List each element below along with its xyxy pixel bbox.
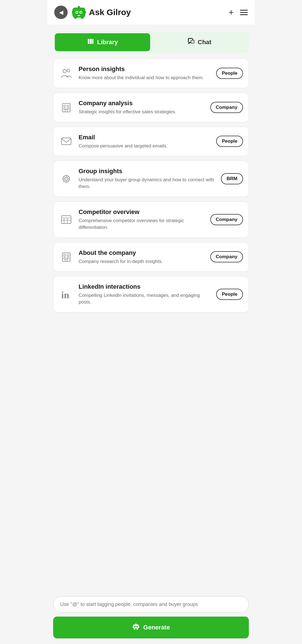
svg-rect-7 [74,17,77,18]
person-insights-title: Person insights [79,65,211,73]
email-desc: Compose persuasive and targeted emails. [79,143,211,149]
card-competitor-overview[interactable]: Competitor overview Comprehensive compet… [53,201,249,238]
svg-line-34 [67,180,69,181]
about-company-icon-wrapper [59,250,74,264]
card-about-company[interactable]: About the company Company research for i… [53,242,249,272]
email-content: Email Compose persuasive and targeted em… [79,134,211,149]
svg-point-3 [76,12,78,13]
linkedin-icon-wrapper: in [59,287,74,302]
svg-rect-10 [84,11,86,13]
svg-rect-16 [191,40,194,43]
header-right: + [228,7,248,18]
svg-rect-21 [67,105,69,107]
logo-container: Ask Gilroy [72,5,131,20]
person-insights-badge: People [216,68,243,79]
about-building-icon [60,251,72,263]
svg-line-35 [67,176,69,178]
svg-point-28 [65,177,68,180]
about-company-badge: Company [210,251,243,262]
svg-rect-57 [133,626,133,627]
svg-rect-44 [67,255,69,256]
library-icon [87,38,94,47]
chat-icon [188,38,195,47]
svg-rect-56 [136,629,138,630]
svg-rect-37 [62,216,71,224]
linkedin-icon: in [60,288,72,300]
email-icon [60,135,72,147]
tab-chat[interactable]: Chat [152,33,247,51]
card-person-insights[interactable]: Person insights Know more about the indi… [53,58,249,88]
person-insights-desc: Know more about the individual and how t… [79,74,211,81]
competitor-overview-desc: Comprehensive competitor overviews for s… [79,217,205,231]
card-company-analysis[interactable]: Company analysis Strategic insights for … [53,93,249,122]
logo-icon [72,5,86,20]
svg-point-52 [136,626,138,627]
svg-rect-53 [135,628,137,629]
svg-point-18 [67,69,70,72]
back-button[interactable]: ◀ [54,6,68,19]
competitor-icon [60,213,72,226]
menu-button[interactable] [240,10,248,15]
svg-point-4 [80,12,82,13]
svg-rect-55 [134,629,135,630]
linkedin-interactions-title: LinkedIn interactions [79,283,211,290]
svg-rect-12 [90,39,92,44]
about-company-title: About the company [79,249,205,257]
person-insights-icon-wrapper [59,66,74,81]
svg-rect-8 [81,17,83,18]
menu-line-3 [240,14,248,15]
email-icon-wrapper [59,134,74,149]
group-insights-title: Group insights [79,168,216,175]
svg-line-33 [64,176,65,178]
svg-rect-58 [138,626,139,627]
generate-icon [132,623,140,632]
header-left: ◀ Ask Gilroy [54,5,131,20]
svg-rect-23 [67,108,69,110]
linkedin-interactions-desc: Compelling LinkedIn invitations, message… [79,292,211,305]
tab-library-label: Library [97,39,118,46]
email-title: Email [79,134,211,141]
svg-point-17 [63,69,66,73]
competitor-overview-badge: Company [210,214,243,225]
header: ◀ Ask Gilroy + [48,0,254,25]
linkedin-interactions-badge: People [216,289,243,300]
add-button[interactable]: + [228,7,234,18]
svg-text:in: in [61,290,69,300]
group-insights-content: Group insights Understand your buyer gro… [79,168,216,190]
svg-rect-48 [65,259,67,261]
tab-library[interactable]: Library [55,33,150,51]
generate-button[interactable]: Generate [53,617,249,638]
svg-rect-6 [78,6,80,8]
company-analysis-content: Company analysis Strategic insights for … [79,100,205,115]
menu-line-1 [240,10,248,11]
building-icon [60,101,72,114]
svg-rect-45 [64,257,65,259]
svg-rect-43 [64,255,65,256]
people-icon [60,67,72,79]
svg-line-36 [64,180,65,181]
menu-line-2 [240,12,248,13]
svg-rect-11 [88,39,89,44]
group-insights-icon-wrapper [59,171,74,186]
company-analysis-title: Company analysis [79,100,205,107]
about-company-content: About the company Company research for i… [79,249,205,265]
svg-rect-54 [135,623,136,625]
svg-rect-22 [64,108,65,110]
company-analysis-badge: Company [210,102,243,113]
svg-rect-13 [92,39,93,44]
company-analysis-desc: Strategic insights for effective sales s… [79,109,205,115]
tab-bar: Library Chat [53,32,249,53]
svg-rect-19 [62,104,70,112]
svg-rect-46 [67,257,69,259]
tag-input[interactable] [53,596,249,613]
card-linkedin-interactions[interactable]: in LinkedIn interactions Compelling Link… [53,276,249,312]
bottom-area: Generate [48,592,254,644]
about-company-desc: Company research for in-depth insights. [79,258,205,265]
linkedin-interactions-content: LinkedIn interactions Compelling LinkedI… [79,283,211,305]
competitor-overview-icon-wrapper [59,212,74,227]
card-email[interactable]: Email Compose persuasive and targeted em… [53,127,249,156]
card-group-insights[interactable]: Group insights Understand your buyer gro… [53,161,249,197]
person-insights-content: Person insights Know more about the indi… [79,65,211,81]
svg-rect-26 [62,138,71,145]
svg-rect-9 [72,11,73,13]
